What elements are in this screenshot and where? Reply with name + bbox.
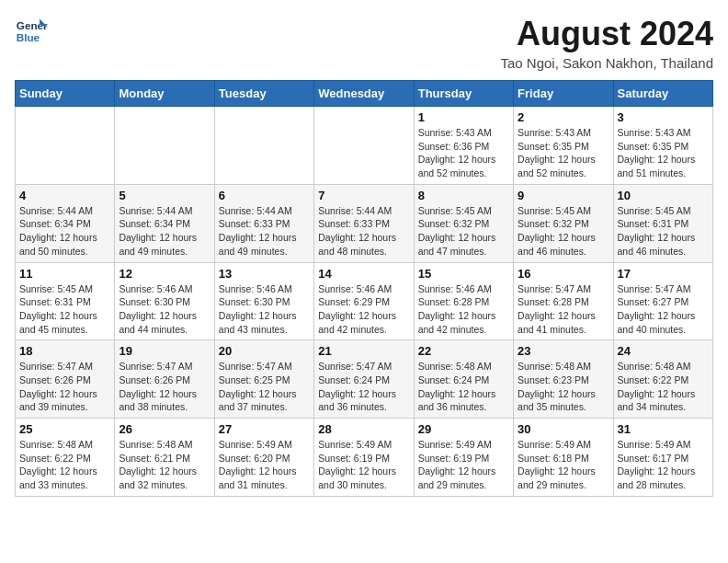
week-row-4: 18Sunrise: 5:47 AM Sunset: 6:26 PM Dayli…: [16, 340, 713, 419]
day-info: Sunrise: 5:43 AM Sunset: 6:36 PM Dayligh…: [418, 126, 509, 180]
header-cell-tuesday: Tuesday: [214, 81, 313, 107]
day-number: 2: [518, 110, 609, 124]
day-cell: 30Sunrise: 5:49 AM Sunset: 6:18 PM Dayli…: [514, 419, 613, 497]
day-info: Sunrise: 5:48 AM Sunset: 6:24 PM Dayligh…: [418, 360, 509, 414]
calendar-subtitle: Tao Ngoi, Sakon Nakhon, Thailand: [500, 55, 713, 71]
header-cell-saturday: Saturday: [613, 81, 712, 107]
day-cell: 15Sunrise: 5:46 AM Sunset: 6:28 PM Dayli…: [414, 262, 513, 340]
day-cell: 1Sunrise: 5:43 AM Sunset: 6:36 PM Daylig…: [414, 107, 513, 185]
calendar-body: 1Sunrise: 5:43 AM Sunset: 6:36 PM Daylig…: [16, 107, 713, 497]
day-info: Sunrise: 5:49 AM Sunset: 6:19 PM Dayligh…: [318, 438, 409, 492]
day-number: 30: [518, 422, 609, 436]
day-info: Sunrise: 5:47 AM Sunset: 6:24 PM Dayligh…: [318, 360, 409, 414]
calendar-table: SundayMondayTuesdayWednesdayThursdayFrid…: [15, 80, 713, 497]
day-number: 12: [119, 267, 210, 281]
day-info: Sunrise: 5:46 AM Sunset: 6:29 PM Dayligh…: [318, 282, 409, 337]
day-info: Sunrise: 5:43 AM Sunset: 6:35 PM Dayligh…: [518, 126, 609, 180]
day-info: Sunrise: 5:48 AM Sunset: 6:22 PM Dayligh…: [618, 360, 709, 414]
day-number: 17: [618, 267, 709, 281]
day-number: 14: [318, 267, 409, 281]
calendar-title: August 2024: [500, 15, 713, 53]
day-info: Sunrise: 5:45 AM Sunset: 6:32 PM Dayligh…: [518, 204, 609, 259]
day-number: 25: [19, 422, 110, 436]
day-info: Sunrise: 5:47 AM Sunset: 6:26 PM Dayligh…: [119, 360, 210, 414]
day-cell: 5Sunrise: 5:44 AM Sunset: 6:34 PM Daylig…: [115, 184, 214, 262]
day-number: 19: [119, 344, 210, 358]
day-info: Sunrise: 5:49 AM Sunset: 6:20 PM Dayligh…: [219, 438, 310, 492]
day-cell: 7Sunrise: 5:44 AM Sunset: 6:33 PM Daylig…: [314, 184, 414, 262]
day-info: Sunrise: 5:45 AM Sunset: 6:31 PM Dayligh…: [19, 282, 110, 337]
day-cell: 14Sunrise: 5:46 AM Sunset: 6:29 PM Dayli…: [314, 262, 414, 340]
calendar-header-row: SundayMondayTuesdayWednesdayThursdayFrid…: [16, 81, 713, 107]
day-cell: 31Sunrise: 5:49 AM Sunset: 6:17 PM Dayli…: [613, 419, 712, 497]
day-number: 16: [518, 267, 609, 281]
day-cell: 20Sunrise: 5:47 AM Sunset: 6:25 PM Dayli…: [214, 340, 313, 419]
day-number: 22: [418, 344, 509, 358]
day-cell: [115, 107, 214, 185]
day-cell: 28Sunrise: 5:49 AM Sunset: 6:19 PM Dayli…: [314, 419, 414, 497]
header: General Blue August 2024 Tao Ngoi, Sakon…: [15, 15, 713, 71]
day-cell: 25Sunrise: 5:48 AM Sunset: 6:22 PM Dayli…: [16, 419, 115, 497]
day-cell: 18Sunrise: 5:47 AM Sunset: 6:26 PM Dayli…: [16, 340, 115, 419]
day-info: Sunrise: 5:49 AM Sunset: 6:17 PM Dayligh…: [618, 438, 709, 492]
header-cell-sunday: Sunday: [16, 81, 115, 107]
week-row-2: 4Sunrise: 5:44 AM Sunset: 6:34 PM Daylig…: [16, 184, 713, 262]
week-row-5: 25Sunrise: 5:48 AM Sunset: 6:22 PM Dayli…: [16, 419, 713, 497]
day-number: 1: [418, 110, 509, 124]
day-cell: 22Sunrise: 5:48 AM Sunset: 6:24 PM Dayli…: [414, 340, 513, 419]
day-cell: 21Sunrise: 5:47 AM Sunset: 6:24 PM Dayli…: [314, 340, 414, 419]
day-cell: 26Sunrise: 5:48 AM Sunset: 6:21 PM Dayli…: [115, 419, 214, 497]
day-cell: 23Sunrise: 5:48 AM Sunset: 6:23 PM Dayli…: [514, 340, 613, 419]
day-cell: 11Sunrise: 5:45 AM Sunset: 6:31 PM Dayli…: [16, 262, 115, 340]
day-cell: 24Sunrise: 5:48 AM Sunset: 6:22 PM Dayli…: [613, 340, 712, 419]
day-info: Sunrise: 5:47 AM Sunset: 6:28 PM Dayligh…: [518, 282, 609, 337]
day-info: Sunrise: 5:44 AM Sunset: 6:33 PM Dayligh…: [318, 204, 409, 259]
day-number: 6: [219, 189, 310, 202]
day-number: 8: [418, 189, 509, 202]
day-cell: 6Sunrise: 5:44 AM Sunset: 6:33 PM Daylig…: [214, 184, 313, 262]
day-cell: 2Sunrise: 5:43 AM Sunset: 6:35 PM Daylig…: [514, 107, 613, 185]
day-info: Sunrise: 5:43 AM Sunset: 6:35 PM Dayligh…: [618, 126, 709, 180]
header-cell-monday: Monday: [115, 81, 214, 107]
day-number: 3: [618, 110, 709, 124]
logo-icon: General Blue: [15, 15, 48, 48]
day-number: 15: [418, 267, 509, 281]
day-cell: 16Sunrise: 5:47 AM Sunset: 6:28 PM Dayli…: [514, 262, 613, 340]
day-info: Sunrise: 5:48 AM Sunset: 6:21 PM Dayligh…: [119, 438, 210, 492]
day-info: Sunrise: 5:49 AM Sunset: 6:19 PM Dayligh…: [418, 438, 509, 492]
day-number: 31: [618, 422, 709, 436]
title-area: August 2024 Tao Ngoi, Sakon Nakhon, Thai…: [500, 15, 713, 71]
day-number: 5: [119, 189, 210, 202]
week-row-1: 1Sunrise: 5:43 AM Sunset: 6:36 PM Daylig…: [16, 107, 713, 185]
day-cell: 9Sunrise: 5:45 AM Sunset: 6:32 PM Daylig…: [514, 184, 613, 262]
day-number: 27: [219, 422, 310, 436]
header-cell-wednesday: Wednesday: [314, 81, 414, 107]
day-info: Sunrise: 5:44 AM Sunset: 6:34 PM Dayligh…: [119, 204, 210, 259]
day-cell: 3Sunrise: 5:43 AM Sunset: 6:35 PM Daylig…: [613, 107, 712, 185]
day-info: Sunrise: 5:46 AM Sunset: 6:28 PM Dayligh…: [418, 282, 509, 337]
day-number: 9: [518, 189, 609, 202]
day-number: 4: [19, 189, 110, 202]
day-info: Sunrise: 5:46 AM Sunset: 6:30 PM Dayligh…: [119, 282, 210, 337]
day-info: Sunrise: 5:48 AM Sunset: 6:22 PM Dayligh…: [19, 438, 110, 492]
day-cell: 8Sunrise: 5:45 AM Sunset: 6:32 PM Daylig…: [414, 184, 513, 262]
day-cell: [16, 107, 115, 185]
day-cell: 29Sunrise: 5:49 AM Sunset: 6:19 PM Dayli…: [414, 419, 513, 497]
day-number: 13: [219, 267, 310, 281]
day-number: 23: [518, 344, 609, 358]
svg-text:Blue: Blue: [17, 31, 40, 43]
day-cell: 27Sunrise: 5:49 AM Sunset: 6:20 PM Dayli…: [214, 419, 313, 497]
day-number: 28: [318, 422, 409, 436]
day-cell: 4Sunrise: 5:44 AM Sunset: 6:34 PM Daylig…: [16, 184, 115, 262]
day-info: Sunrise: 5:49 AM Sunset: 6:18 PM Dayligh…: [518, 438, 609, 492]
day-info: Sunrise: 5:45 AM Sunset: 6:32 PM Dayligh…: [418, 204, 509, 259]
day-info: Sunrise: 5:44 AM Sunset: 6:34 PM Dayligh…: [19, 204, 110, 259]
header-cell-friday: Friday: [514, 81, 613, 107]
day-cell: 13Sunrise: 5:46 AM Sunset: 6:30 PM Dayli…: [214, 262, 313, 340]
day-cell: 12Sunrise: 5:46 AM Sunset: 6:30 PM Dayli…: [115, 262, 214, 340]
day-info: Sunrise: 5:46 AM Sunset: 6:30 PM Dayligh…: [219, 282, 310, 337]
logo: General Blue: [15, 15, 48, 48]
day-number: 29: [418, 422, 509, 436]
day-info: Sunrise: 5:44 AM Sunset: 6:33 PM Dayligh…: [219, 204, 310, 259]
day-number: 7: [318, 189, 409, 202]
